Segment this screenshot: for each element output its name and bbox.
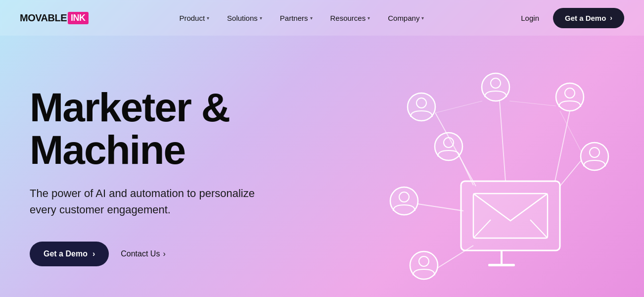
network-illustration: [377, 48, 614, 285]
svg-line-17: [560, 160, 581, 186]
logo-text-movable: MOVABLE: [20, 12, 67, 24]
nav-item-resources[interactable]: Resources ▾: [322, 10, 378, 26]
svg-point-6: [408, 93, 435, 121]
nav-item-company[interactable]: Company ▾: [380, 10, 432, 26]
demo-hero-label: Get a Demo: [44, 249, 88, 258]
svg-point-21: [435, 133, 462, 160]
arrow-icon: ›: [163, 249, 165, 258]
logo-text-ink: INK: [68, 12, 89, 24]
hero-title-line1: Marketer &: [30, 85, 230, 130]
svg-line-26: [438, 246, 473, 268]
get-demo-button-nav[interactable]: Get a Demo ›: [553, 8, 624, 28]
login-button[interactable]: Login: [515, 10, 545, 26]
nav-item-product[interactable]: Product ▾: [171, 10, 217, 26]
svg-point-15: [581, 143, 608, 170]
contact-label: Contact Us: [121, 249, 160, 258]
svg-rect-3: [473, 194, 548, 238]
svg-point-24: [410, 251, 438, 279]
get-demo-button-hero[interactable]: Get a Demo ›: [30, 242, 109, 266]
nav-links: Product ▾ Solutions ▾ Partners ▾ Resourc…: [171, 10, 432, 26]
nav-item-solutions[interactable]: Solutions ▾: [219, 10, 270, 26]
demo-nav-label: Get a Demo: [565, 14, 606, 22]
arrow-icon: ›: [92, 249, 95, 258]
hero-title: Marketer & Machine: [30, 86, 317, 171]
hero-illustration: [367, 36, 624, 297]
chevron-down-icon: ▾: [310, 15, 313, 21]
svg-line-11: [500, 101, 506, 181]
svg-line-20: [418, 204, 463, 211]
nav-item-partners[interactable]: Partners ▾: [272, 10, 321, 26]
chevron-down-icon: ▾: [260, 15, 262, 21]
nav-label-solutions: Solutions: [227, 14, 258, 22]
hero-buttons: Get a Demo › Contact Us ›: [30, 242, 317, 266]
chevron-down-icon: ▾: [421, 15, 424, 21]
nav-label-company: Company: [388, 14, 419, 22]
svg-point-18: [390, 187, 418, 215]
svg-line-28: [509, 101, 556, 106]
hero-title-line2: Machine: [30, 127, 185, 172]
nav-label-partners: Partners: [280, 14, 308, 22]
svg-line-29: [560, 111, 581, 151]
svg-rect-1: [501, 250, 503, 265]
contact-us-button[interactable]: Contact Us ›: [121, 249, 165, 258]
navigation: MOVABLE INK Product ▾ Solutions ▾ Partne…: [0, 0, 644, 36]
chevron-down-icon: ▾: [207, 15, 209, 21]
svg-rect-2: [488, 264, 515, 266]
arrow-icon: ›: [610, 14, 612, 22]
hero-text: Marketer & Machine The power of AI and a…: [30, 66, 317, 266]
svg-point-9: [482, 73, 509, 101]
nav-actions: Login Get a Demo ›: [515, 8, 624, 28]
svg-line-14: [555, 111, 570, 181]
hero-subtitle: The power of AI and automation to person…: [30, 185, 277, 218]
hero-section: MOVABLE INK Product ▾ Solutions ▾ Partne…: [0, 0, 644, 297]
chevron-down-icon: ▾: [368, 15, 370, 21]
nav-label-product: Product: [179, 14, 205, 22]
nav-label-resources: Resources: [330, 14, 366, 22]
logo[interactable]: MOVABLE INK: [20, 12, 89, 24]
svg-point-12: [556, 83, 584, 111]
svg-line-27: [435, 101, 482, 113]
